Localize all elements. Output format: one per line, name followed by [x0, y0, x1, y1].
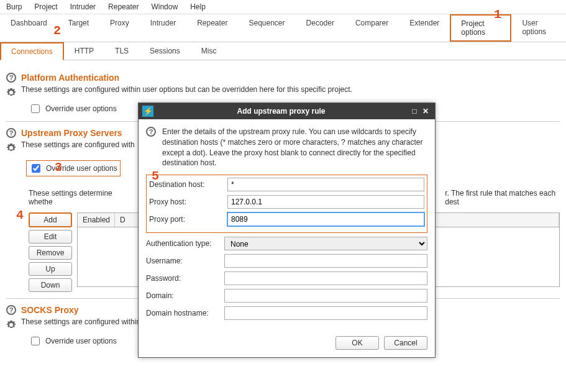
subtab-tls[interactable]: TLS — [104, 42, 139, 60]
close-icon[interactable]: ✕ — [420, 106, 431, 117]
override-label-socks: Override user options — [45, 337, 117, 345]
tab-decoder[interactable]: Decoder — [296, 14, 345, 42]
tab-repeater[interactable]: Repeater — [186, 14, 238, 42]
input-password[interactable] — [224, 271, 427, 285]
gear-icon[interactable] — [6, 320, 16, 330]
down-button[interactable]: Down — [29, 278, 72, 292]
callout-2: 2 — [53, 24, 61, 38]
callout-3: 3 — [55, 160, 62, 175]
menu-repeater[interactable]: Repeater — [108, 2, 139, 11]
input-proxy-port[interactable] — [227, 212, 424, 226]
subtab-misc[interactable]: Misc — [191, 42, 227, 60]
label-proxy-port: Proxy port: — [149, 215, 222, 224]
gear-icon[interactable] — [6, 143, 16, 153]
col-enabled[interactable]: Enabled — [78, 213, 115, 227]
label-username: Username: — [146, 257, 219, 265]
gear-icon[interactable] — [6, 88, 16, 98]
dialog-desc: Enter the details of the upstream proxy … — [162, 127, 427, 168]
section-desc-platform-auth: These settings are configured within use… — [21, 85, 352, 94]
tab-dashboard[interactable]: Dashboard — [0, 14, 58, 42]
subtab-connections[interactable]: Connections — [0, 42, 64, 60]
main-tabbar: Dashboard Target Proxy Intruder Repeater… — [0, 14, 566, 42]
ok-button[interactable]: OK — [335, 336, 379, 350]
label-password: Password: — [146, 274, 219, 283]
input-domain[interactable] — [224, 289, 427, 303]
input-domain-hostname[interactable] — [224, 306, 427, 320]
callout-1: 1 — [494, 7, 501, 22]
label-domain: Domain: — [146, 291, 219, 300]
label-dest-host: Destination host: — [149, 180, 222, 189]
maximize-icon[interactable]: □ — [409, 106, 420, 117]
override-checkbox-upstream[interactable] — [32, 164, 40, 173]
determine-text: These settings determine whethe — [29, 189, 128, 206]
menu-project[interactable]: Project — [34, 2, 57, 11]
sub-tabbar: Connections HTTP TLS Sessions Misc — [0, 42, 566, 60]
help-icon[interactable]: ? — [6, 73, 16, 83]
menu-burp[interactable]: Burp — [6, 2, 22, 11]
tab-comparer[interactable]: Comparer — [345, 14, 399, 42]
tab-proxy[interactable]: Proxy — [99, 14, 140, 42]
subtab-sessions[interactable]: Sessions — [139, 42, 191, 60]
subtab-http[interactable]: HTTP — [64, 42, 104, 60]
input-highlight-area: Destination host: Proxy host: Proxy port… — [146, 175, 427, 233]
callout-4: 4 — [16, 208, 24, 222]
label-domain-hostname: Domain hostname: — [146, 309, 219, 317]
section-title-upstream: Upstream Proxy Servers — [21, 128, 122, 138]
input-dest-host[interactable] — [227, 178, 424, 191]
help-icon[interactable]: ? — [6, 128, 16, 138]
menu-intruder[interactable]: Intruder — [70, 2, 96, 11]
tab-project-options[interactable]: Project options — [450, 14, 511, 42]
app-icon: ⚡ — [142, 106, 153, 117]
cancel-button[interactable]: Cancel — [384, 336, 427, 350]
help-icon[interactable]: ? — [146, 127, 156, 137]
override-checkbox-socks[interactable] — [31, 337, 40, 345]
menu-help[interactable]: Help — [190, 2, 206, 11]
callout-5: 5 — [152, 169, 159, 183]
section-title-socks: SOCKS Proxy — [21, 305, 79, 315]
edit-button[interactable]: Edit — [29, 230, 72, 244]
menu-window[interactable]: Window — [151, 2, 178, 11]
label-auth-type: Authentication type: — [146, 239, 219, 248]
section-desc-upstream: These settings are configured with — [21, 140, 135, 149]
input-username[interactable] — [224, 254, 427, 268]
tab-user-options[interactable]: User options — [511, 14, 566, 42]
tab-target[interactable]: Target — [58, 14, 99, 42]
add-button[interactable]: Add — [29, 212, 72, 227]
label-proxy-host: Proxy host: — [149, 198, 222, 206]
input-proxy-host[interactable] — [227, 195, 424, 209]
section-title-platform-auth: Platform Authentication — [21, 73, 119, 83]
menubar: Burp Project Intruder Repeater Window He… — [0, 0, 566, 14]
determine-tail: r. The first rule that matches each dest — [445, 189, 560, 206]
dialog-title: Add upstream proxy rule — [153, 107, 409, 116]
override-label-platform: Override user options — [45, 104, 117, 113]
dialog-add-upstream-proxy: ⚡ Add upstream proxy rule □ ✕ ? Enter th… — [138, 103, 436, 358]
tab-extender[interactable]: Extender — [399, 14, 450, 42]
override-checkbox-platform[interactable] — [31, 104, 40, 113]
tab-sequencer[interactable]: Sequencer — [239, 14, 296, 42]
help-icon[interactable]: ? — [6, 305, 16, 315]
remove-button[interactable]: Remove — [29, 246, 72, 260]
select-auth-type[interactable]: None — [224, 237, 427, 250]
tab-intruder[interactable]: Intruder — [140, 14, 186, 42]
up-button[interactable]: Up — [29, 262, 72, 276]
